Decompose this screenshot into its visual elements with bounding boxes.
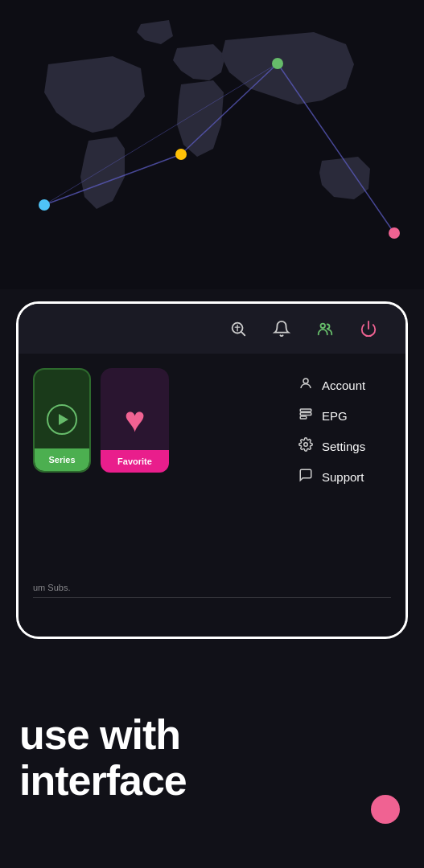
svg-rect-13 <box>300 409 311 411</box>
menu-item-support[interactable]: Support <box>285 463 405 490</box>
svg-rect-14 <box>300 413 311 416</box>
menu-item-account[interactable]: Account <box>285 371 405 399</box>
app-ui: Series ♥ Favorite <box>19 304 405 637</box>
series-label-bar: Series <box>35 448 89 471</box>
svg-marker-11 <box>59 414 68 425</box>
svg-point-8 <box>321 324 326 329</box>
settings-icon <box>298 437 314 455</box>
support-label: Support <box>322 470 364 484</box>
users-icon[interactable] <box>312 316 338 342</box>
content-area: Series ♥ Favorite <box>19 354 405 637</box>
toolbar <box>19 304 405 354</box>
heart-icon: ♥ <box>124 402 145 437</box>
settings-label: Settings <box>322 440 365 453</box>
search-icon[interactable] <box>225 316 251 342</box>
menu-item-epg[interactable]: EPG <box>285 402 405 429</box>
support-icon <box>298 468 314 485</box>
svg-point-16 <box>304 443 308 447</box>
favorite-card[interactable]: ♥ Favorite <box>101 368 169 473</box>
subs-text: um Subs. <box>33 583 70 592</box>
account-label: Account <box>322 379 365 392</box>
bottom-right-dot <box>371 795 400 824</box>
power-icon[interactable] <box>356 316 381 342</box>
tagline-line1: use with interface <box>19 712 187 804</box>
network-dot-green <box>272 58 283 69</box>
bottom-text: use with interface <box>19 712 187 804</box>
network-dot-yellow <box>175 149 187 160</box>
series-card[interactable]: Series <box>33 368 91 473</box>
svg-line-5 <box>241 332 245 335</box>
menu-item-settings[interactable]: Settings <box>285 432 405 460</box>
network-dot-pink <box>389 227 400 239</box>
map-section <box>0 0 424 305</box>
favorite-label-bar: Favorite <box>101 450 169 473</box>
device-card: Series ♥ Favorite <box>16 301 408 639</box>
series-label: Series <box>48 455 75 465</box>
left-cards: Series ♥ Favorite <box>19 354 285 637</box>
epg-icon <box>298 407 314 424</box>
divider-line <box>33 597 391 598</box>
bell-icon[interactable] <box>269 316 294 342</box>
favorite-label: Favorite <box>117 457 152 466</box>
svg-rect-15 <box>300 416 307 419</box>
epg-label: EPG <box>322 409 348 423</box>
dropdown-menu: Account EPG <box>285 360 405 637</box>
svg-point-12 <box>303 379 308 383</box>
account-icon <box>298 376 314 394</box>
network-dot-blue <box>39 199 50 211</box>
